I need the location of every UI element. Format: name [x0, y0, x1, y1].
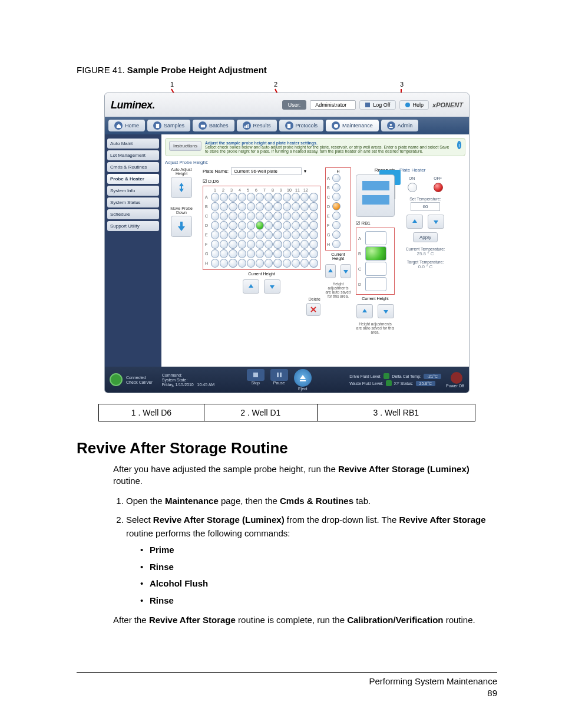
annot-1: 1 [170, 81, 174, 88]
user-value: Administrator [310, 100, 356, 110]
svg-rect-15 [277, 373, 279, 377]
home-icon [114, 121, 123, 130]
svg-rect-9 [156, 123, 158, 127]
protocols-icon [285, 121, 293, 130]
admin-icon [387, 121, 395, 130]
nav-results[interactable]: Results [237, 120, 277, 131]
apply-button[interactable]: Apply [413, 232, 438, 242]
stop-button[interactable] [247, 369, 265, 381]
reservoir-grid[interactable]: A B C D [356, 228, 395, 295]
page-footer: Performing System Maintenance89 [369, 676, 497, 699]
side-cmds-routines[interactable]: Cmds & Routines [107, 162, 159, 172]
res-up-button[interactable] [356, 304, 373, 318]
app-titlebar: Luminex. User: Administrator Log Off Hel… [105, 93, 469, 117]
app-logo: Luminex. [111, 99, 155, 111]
maintenance-icon [332, 121, 340, 130]
svg-rect-16 [280, 373, 282, 377]
res-down-button[interactable] [378, 304, 394, 318]
side-system-status[interactable]: System Status [107, 197, 159, 207]
info-icon[interactable]: i [457, 141, 462, 149]
side-probe-heater[interactable]: Probe & Heater [107, 174, 159, 184]
auto-adjust-icon [176, 182, 187, 193]
step-2: Select Revive After Storage (Luminex) fr… [126, 513, 497, 607]
svg-rect-10 [200, 124, 204, 127]
plate-name-input[interactable] [231, 167, 302, 175]
auto-adjust-height: Auto Adjust Height [165, 167, 198, 198]
nav-protocols[interactable]: Protocols [279, 120, 324, 131]
svg-point-12 [334, 123, 338, 127]
brand-label: xPONENT [432, 101, 463, 108]
strip-grid[interactable]: H ABCDEFGH [325, 167, 351, 251]
svg-rect-14 [253, 373, 258, 377]
side-auto-maint[interactable]: Auto Maint [107, 139, 159, 149]
logoff-button[interactable]: Log Off [359, 100, 395, 110]
results-icon [243, 121, 251, 130]
main-nav: Home Samples Batches Results Protocols M… [105, 117, 469, 134]
instructions-bar: Instructions Adjust the sample probe hei… [165, 138, 465, 156]
section-heading: Revive After Storage Routine [77, 439, 497, 457]
user-label: User: [282, 100, 307, 110]
plate-grid-96[interactable]: 123456789101112 ABCDEFGH [203, 186, 320, 270]
nav-batches[interactable]: Batches [193, 120, 234, 131]
instructions-button[interactable]: Instructions [169, 141, 201, 151]
power-off-button[interactable] [451, 372, 462, 384]
nav-maintenance[interactable]: Maintenance [326, 120, 379, 131]
stop-icon [253, 372, 259, 378]
move-probe-down: Move Probe Down [165, 206, 198, 237]
reservoir-chk-rb1[interactable]: ☑ RB1 [356, 220, 395, 226]
annot-2: 2 [274, 81, 277, 88]
plate-up-button[interactable] [243, 279, 259, 294]
batches-icon [199, 121, 207, 130]
move-down-button[interactable] [171, 216, 192, 237]
help-icon [405, 102, 411, 108]
section-title: Adjust Probe Height: [165, 160, 465, 165]
samples-icon [153, 121, 161, 130]
arrow-up-icon [247, 283, 254, 290]
eject-button[interactable] [294, 369, 312, 387]
side-schedule[interactable]: Schedule [107, 209, 159, 219]
status-footer: Connected Check Cal/Ver Command: System … [105, 367, 469, 393]
annot-3: 3 [400, 81, 404, 88]
intro-paragraph: After you have adjusted the sample probe… [113, 463, 497, 487]
heater-off-radio[interactable] [434, 183, 443, 192]
pause-icon [276, 372, 282, 378]
eject-icon [299, 374, 307, 382]
help-button[interactable]: Help [399, 100, 429, 110]
heater-on-radio[interactable] [408, 183, 417, 192]
plate-down-button[interactable] [264, 279, 280, 294]
svg-rect-7 [365, 103, 370, 107]
temp-up-button[interactable] [406, 215, 423, 229]
pause-button[interactable] [270, 369, 288, 381]
nav-admin[interactable]: Admin [381, 120, 419, 131]
set-temp-input[interactable]: 60 [411, 202, 440, 211]
svg-point-8 [405, 103, 410, 107]
check-icon [384, 373, 389, 379]
nav-home[interactable]: Home [108, 120, 145, 131]
move-down-icon [176, 220, 187, 232]
svg-rect-11 [287, 123, 290, 127]
svg-point-13 [390, 123, 392, 126]
figure-caption: FIGURE 41. Sample Probe Height Adjustmen… [77, 65, 497, 75]
maintenance-sidebar: Auto Maint Lot Management Cmds & Routine… [105, 134, 161, 367]
plate-name-label: Plate Name: [203, 169, 229, 174]
auto-adjust-button[interactable] [171, 177, 192, 198]
figure-screenshot: 1 2 3 Luminex. User: Administrator Log O… [104, 81, 470, 393]
main-panel: Instructions Adjust the sample probe hei… [161, 134, 469, 367]
side-lot-mgmt[interactable]: Lot Management [107, 150, 159, 160]
arrow-down-icon [269, 283, 276, 290]
delete-icon [310, 306, 317, 313]
logoff-icon [365, 102, 371, 108]
temp-down-button[interactable] [428, 215, 444, 229]
strip-up-button[interactable] [325, 264, 336, 278]
step-1: Open the Maintenance page, then the Cmds… [126, 495, 497, 508]
steps-list: Open the Maintenance page, then the Cmds… [113, 495, 497, 608]
nav-samples[interactable]: Samples [147, 120, 190, 131]
connected-icon [110, 373, 123, 386]
side-system-info[interactable]: System Info [107, 186, 159, 196]
strip-down-button[interactable] [340, 264, 351, 278]
plate-chk-dd6[interactable]: ☑ D,D6 [203, 179, 320, 184]
side-support-utility[interactable]: Support Utility [107, 221, 159, 231]
closing-paragraph: After the Revive After Storage routine i… [113, 614, 497, 626]
delete-button[interactable] [306, 303, 320, 316]
figure-legend: 1 . Well D6 2 . Well D1 3 . Well RB1 [98, 404, 475, 421]
